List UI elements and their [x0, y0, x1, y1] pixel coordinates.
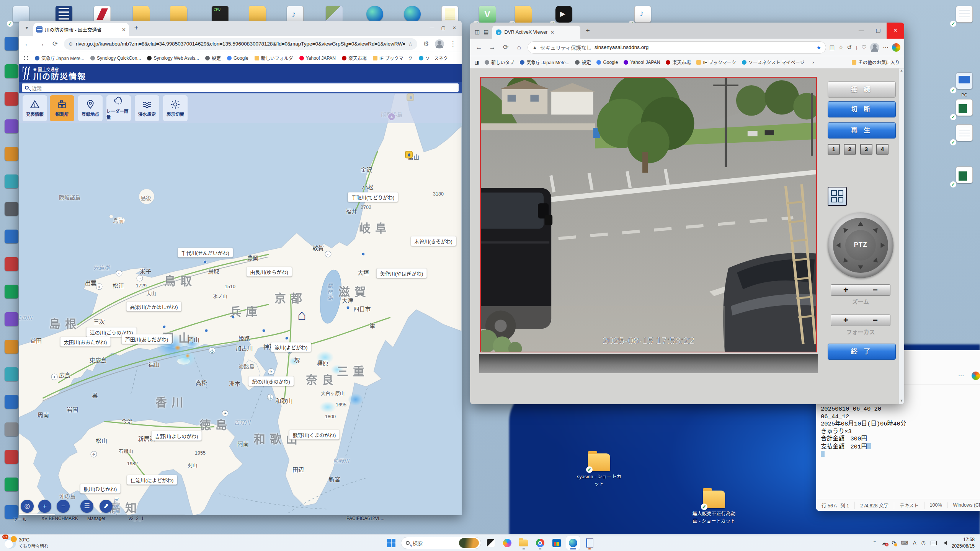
bookmark-item[interactable]: 楽天市場	[342, 55, 367, 61]
map-marker[interactable]: ○	[116, 270, 122, 277]
nav-button-display-toggle[interactable]: 表示切替	[163, 95, 188, 121]
map-control-button[interactable]: −	[57, 500, 70, 513]
back-button[interactable]: ←	[23, 40, 33, 48]
map-control-button[interactable]: ◎	[21, 500, 34, 513]
bookmark-star-icon[interactable]: ★	[817, 44, 821, 51]
desktop-icon[interactable]: ✓ NT2	[551, 3, 577, 25]
exit-button[interactable]: 終 了	[828, 344, 896, 360]
browser-tab[interactable]: 川の防災情報 - 国土交通省 ✕	[33, 23, 129, 36]
new-tab-button[interactable]: +	[131, 23, 141, 33]
clock-app-icon[interactable]: ◷	[921, 540, 926, 546]
desktop-icon[interactable]: ✓	[952, 164, 977, 186]
workspaces-icon[interactable]: ◫	[475, 29, 480, 35]
focus-plus-button[interactable]: +	[843, 315, 848, 325]
bookmark-item[interactable]: 新しいタブ	[485, 59, 514, 65]
desktop-icon-label[interactable]: Manager	[87, 516, 105, 521]
back-button[interactable]: ←	[474, 44, 484, 51]
notepad-button[interactable]	[583, 536, 596, 550]
tab-search-chevron-icon[interactable]: ▾	[22, 23, 32, 33]
minimize-button[interactable]: —	[853, 23, 870, 39]
downloads-icon[interactable]: ↓	[855, 44, 858, 51]
map-marker[interactable]: ⚓	[267, 394, 274, 401]
history-icon[interactable]: ↺	[847, 44, 852, 51]
map-control-button[interactable]: ☰	[80, 500, 93, 513]
map-control-button[interactable]: +	[38, 500, 51, 513]
maximize-button[interactable]: ▢	[870, 23, 887, 39]
desktop-icon[interactable]: ✓	[952, 3, 977, 25]
cctv-video-feed[interactable]: 2025-08-15 17:58:22	[480, 77, 817, 352]
channel-2-button[interactable]: 2	[844, 144, 856, 155]
maximize-button[interactable]: ▢	[441, 25, 446, 31]
map-marker[interactable]	[232, 316, 235, 319]
map-marker[interactable]	[362, 253, 365, 256]
tab-actions-icon[interactable]: ▤	[483, 29, 488, 35]
quad-view-button[interactable]	[828, 187, 847, 206]
other-favorites[interactable]: その他のお気に入り	[852, 59, 900, 65]
desktop-icon[interactable]: ✓	[952, 122, 977, 144]
bookmark-item[interactable]: 設定	[205, 55, 221, 61]
task-view-button[interactable]	[484, 536, 498, 550]
bookmark-item[interactable]: 気象庁 Japan Mete...	[35, 55, 84, 61]
zoom-minus-button[interactable]: −	[873, 285, 878, 295]
copilot-button[interactable]	[500, 536, 514, 550]
copilot-icon[interactable]	[972, 372, 980, 380]
map-search-input[interactable]: 近畿	[22, 83, 459, 92]
tab-close-icon[interactable]: ✕	[550, 29, 554, 35]
bookmark-item[interactable]: 楽天市場	[666, 59, 691, 65]
bookmark-item[interactable]: Yahoo! JAPAN	[624, 59, 660, 65]
close-button[interactable]: ✕	[887, 23, 904, 39]
channel-3-button[interactable]: 3	[860, 144, 872, 155]
sync-icon[interactable]: ⟳	[892, 540, 896, 546]
bookmark-item[interactable]: IE ブックマーク	[696, 59, 736, 65]
ptz-left-arrow[interactable]	[836, 243, 841, 248]
new-tab-button[interactable]: +	[583, 26, 593, 36]
folder-shortcut[interactable]: 無人販売不正行為動画 - ショートカット	[691, 491, 737, 524]
map-marker[interactable]	[205, 329, 208, 333]
menu-dots-icon[interactable]: ⋯	[883, 44, 889, 51]
close-button[interactable]: ✕	[452, 25, 456, 31]
bookmark-item[interactable]: ソースネク	[419, 55, 448, 61]
ptz-right-arrow[interactable]	[881, 243, 885, 248]
desktop-icon-label[interactable]: XV BENCHMARK	[41, 516, 78, 521]
nav-button-radar[interactable]: レーダー雨量	[106, 95, 131, 121]
nav-button-registered-points[interactable]: 登録地点	[78, 95, 103, 121]
onedrive-error-icon[interactable]: ☁✕	[882, 540, 887, 546]
bookmark-item[interactable]: 気象庁 Japan Mete...	[520, 59, 569, 65]
map-marker[interactable]: ⌂	[297, 310, 309, 321]
nav-button-stations[interactable]: 観測所	[50, 95, 74, 121]
chevron-right-icon[interactable]: ›	[812, 60, 814, 65]
bookmark-item[interactable]: Google	[596, 59, 618, 65]
map-control-button[interactable]: ⬈	[100, 500, 113, 513]
network-icon[interactable]	[931, 541, 937, 545]
bookmark-item[interactable]: ソースネクスト マイページ	[742, 59, 804, 65]
desktop-icon[interactable]: ✓ WAV	[630, 3, 655, 25]
play-button[interactable]: 再 生	[828, 122, 896, 139]
address-bar[interactable]: ▲ セキュリティ保護なし sinsenyasai.nsddns.org ★	[528, 41, 826, 54]
map-area[interactable]: 能登半島富山金沢小松手取川(てどりがわ)27023180福井敦賀岐阜大垣滋賀大津…	[19, 93, 462, 515]
bookmark-item[interactable]: Google	[227, 55, 248, 61]
connect-button[interactable]: 接 続	[828, 82, 896, 98]
ptz-down-arrow[interactable]	[858, 266, 863, 270]
desktop-icon[interactable]: ✓ PC	[952, 70, 977, 92]
map-marker[interactable]	[285, 337, 289, 340]
site-info-icon[interactable]: ⊙	[69, 41, 73, 47]
ptz-up-arrow[interactable]	[858, 222, 863, 226]
address-bar[interactable]: ⊙ river.go.jp/kawabou/mb?zm=8&clat=34.99…	[64, 38, 417, 50]
edge-button[interactable]	[566, 536, 580, 550]
folder-shortcut[interactable]: syasinn - ショートカット	[576, 453, 622, 487]
map-marker[interactable]	[163, 325, 166, 329]
profile-avatar[interactable]	[870, 43, 879, 52]
map-marker[interactable]	[262, 329, 266, 333]
favorites-icon[interactable]: ☆	[838, 44, 843, 51]
desktop-icon-label[interactable]: ツール	[13, 516, 27, 522]
bookmark-item[interactable]: 新しいフォルダ	[255, 55, 293, 61]
ptz-pad[interactable]: PTZ	[828, 212, 893, 278]
map-marker[interactable]	[405, 151, 413, 158]
desktop-icon[interactable]: ✓	[475, 3, 500, 25]
nav-button-alerts[interactable]: 発表情報	[23, 95, 47, 121]
minimize-button[interactable]: —	[430, 25, 434, 31]
map-marker[interactable]: ○	[325, 251, 332, 258]
store-button[interactable]	[550, 536, 564, 550]
taskbar-search[interactable]: 検索	[401, 537, 481, 549]
ime-mode-indicator[interactable]: A	[913, 540, 916, 546]
